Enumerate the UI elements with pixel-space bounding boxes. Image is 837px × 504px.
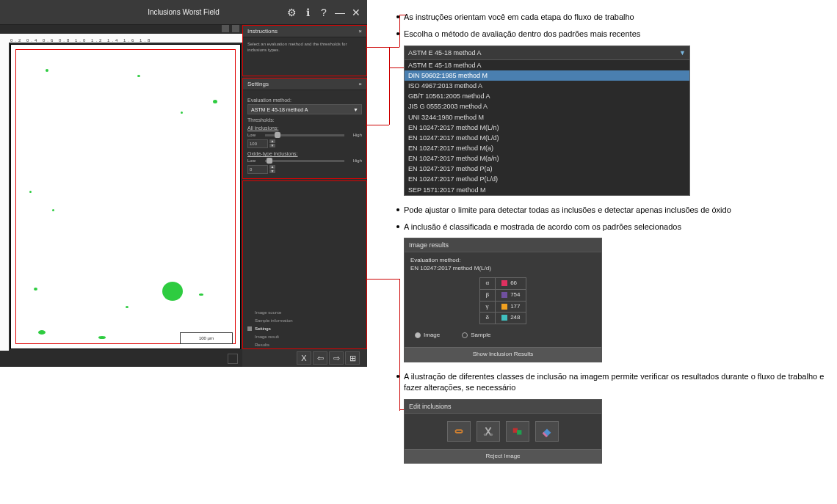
results-header: Image results — [405, 238, 601, 252]
all-inclusions-value[interactable]: 100 — [247, 139, 268, 148]
image-results-panel: Image results Evaluation method: EN 1024… — [404, 238, 602, 362]
bullet-icon — [396, 208, 399, 211]
chevron-down-icon: ▼ — [679, 48, 686, 57]
ruler-horizontal: 0.2 0.4 0.6 0.8 1.0 1.2 1.4 1.6 1.8 — [0, 34, 242, 43]
instructions-panel: Instructions × Select an evaluation meth… — [242, 25, 367, 76]
panel-close-icon[interactable]: × — [358, 81, 362, 87]
dropdown-option[interactable]: UNI 3244:1980 method M — [405, 112, 689, 123]
connector-line — [389, 47, 390, 125]
nav-back-button[interactable]: ⇦ — [313, 351, 327, 365]
eval-method-dropdown-expanded[interactable]: ASTM E 45-18 method A ▼ ASTM E 45-18 met… — [404, 45, 690, 196]
chevron-down-icon: ▼ — [353, 107, 358, 112]
workflow-step[interactable]: Image source — [247, 308, 362, 316]
titlebar: Inclusions Worst Field ⚙ ℹ ? — ✕ — [0, 0, 367, 25]
dropdown-option[interactable]: EN 10247:2017 method M(a/n) — [405, 153, 689, 164]
annotation-item: As instruções orientam você em cada etap… — [396, 12, 830, 23]
slider-thumb[interactable] — [267, 158, 272, 164]
color-swatch-icon — [501, 292, 507, 298]
annotation-item: A inclusão é classificada e mostrada de … — [396, 222, 830, 233]
radio-icon — [462, 332, 468, 338]
annotation-text: A ilustração de diferentes classes de in… — [404, 371, 830, 393]
results-table: α66β754γ177δ248 — [479, 277, 527, 324]
dropdown-option[interactable]: EN 10247:2017 method M(L/n) — [405, 123, 689, 133]
detection-frame — [15, 49, 236, 344]
annotation-item: A ilustração de diferentes classes de in… — [396, 371, 830, 393]
settings-header: Settings × — [243, 78, 366, 90]
radio-image[interactable]: Image — [415, 332, 440, 340]
annotation-text: A inclusão é classificada e mostrada de … — [404, 222, 681, 233]
nav-close-button[interactable]: X — [297, 351, 311, 365]
connector-line — [366, 125, 389, 125]
dropdown-option[interactable]: ISO 4967:2013 method A — [405, 81, 689, 91]
oxide-inclusions-label: Oxide-type inclusions: — [247, 151, 362, 156]
minimize-icon[interactable]: — — [335, 7, 345, 18]
results-eval-value: EN 10247:2017 method M(L/d) — [410, 265, 595, 273]
gear-icon[interactable]: ⚙ — [286, 7, 297, 18]
scale-bar: 100 µm — [180, 332, 233, 344]
results-value: 66 — [496, 278, 526, 290]
sample-image[interactable]: 100 µm — [10, 44, 241, 349]
dropdown-option[interactable]: EN 10247:2017 method P(a) — [405, 164, 689, 174]
ruler-vertical — [0, 43, 9, 351]
dropdown-option[interactable]: DIN 50602:1985 method M — [405, 70, 689, 81]
workflow-step[interactable]: Results — [247, 340, 362, 348]
erase-tool-button[interactable] — [535, 421, 559, 442]
svg-rect-2 — [513, 428, 518, 432]
nav-forward-button[interactable]: ⇨ — [329, 351, 344, 365]
inclusion-blob-large — [162, 282, 183, 301]
reject-image-button[interactable]: Reject Image — [405, 449, 601, 464]
value-stepper[interactable]: ▲▼ — [269, 139, 275, 148]
dropdown-option[interactable]: EN 10247:2017 method M(L/d) — [405, 133, 689, 143]
thresholds-label: Thresholds: — [247, 117, 362, 123]
workflow-step[interactable]: Sample information — [247, 316, 362, 324]
close-icon[interactable]: ✕ — [351, 7, 361, 18]
viewer-footer-icon[interactable] — [228, 354, 238, 364]
dropdown-option[interactable]: ASTM E 45-18 method A — [405, 60, 689, 70]
results-row: α66 — [479, 278, 526, 290]
results-row: β754 — [479, 289, 526, 301]
all-inclusions-slider[interactable] — [265, 134, 344, 136]
workflow-steps: Image source Sample information Settings… — [247, 308, 362, 348]
help-icon[interactable]: ? — [319, 7, 329, 18]
dropdown-option[interactable]: EN 10247:2017 method P(L/d) — [405, 174, 689, 184]
annotation-text: Pode ajustar o limite para detectar toda… — [404, 205, 731, 216]
dropdown-option[interactable]: JIS G 0555:2003 method A — [405, 101, 689, 112]
inclusion-blob — [52, 209, 54, 211]
color-swatch-icon — [501, 315, 507, 321]
cut-tool-button[interactable] — [477, 421, 500, 442]
connector-line — [366, 47, 399, 48]
show-inclusion-results-button[interactable]: Show Inclusion Results — [405, 347, 601, 362]
settings-title: Settings — [247, 81, 269, 87]
viewer-tool-2-icon[interactable] — [232, 25, 239, 32]
eval-method-dropdown[interactable]: ASTM E 45-18 method A ▼ — [247, 104, 362, 114]
nav-footer: X ⇦ ⇨ ⊞ — [242, 349, 367, 367]
bullet-icon — [396, 375, 399, 378]
workflow-step[interactable]: Image result — [247, 332, 362, 340]
viewer-tool-1-icon[interactable] — [222, 25, 229, 32]
info-icon[interactable]: ℹ — [302, 7, 313, 18]
recolor-tool-button[interactable] — [506, 421, 529, 442]
svg-point-0 — [484, 433, 487, 436]
eval-method-label: Evaluation method: — [247, 98, 362, 103]
panel-close-icon[interactable]: × — [358, 28, 362, 34]
oxide-inclusions-value[interactable]: 0 — [247, 165, 268, 174]
workflow-step-active[interactable]: Settings — [247, 324, 362, 332]
link-tool-button[interactable] — [447, 421, 471, 442]
dropdown-option[interactable]: SEP 1571:2017 method M — [405, 185, 689, 195]
connector-line — [366, 279, 399, 280]
results-value: 177 — [496, 301, 526, 313]
dropdown-selected[interactable]: ASTM E 45-18 method A ▼ — [405, 46, 689, 60]
results-eval-label: Evaluation method: — [410, 257, 595, 265]
instructions-header: Instructions × — [243, 26, 366, 37]
nav-extra-button[interactable]: ⊞ — [345, 351, 360, 365]
radio-sample[interactable]: Sample — [462, 332, 490, 340]
slider-thumb[interactable] — [275, 132, 280, 138]
oxide-inclusions-slider[interactable] — [265, 160, 344, 162]
workflow-progress-panel: Image source Sample information Settings… — [242, 180, 367, 349]
dropdown-option[interactable]: GB/T 10561:2005 method A — [405, 91, 689, 101]
side-panel-column: Instructions × Select an evaluation meth… — [242, 25, 367, 367]
bullet-icon — [396, 225, 399, 228]
dropdown-option[interactable]: EN 10247:2017 method M(a) — [405, 143, 689, 153]
svg-rect-3 — [517, 430, 521, 434]
value-stepper[interactable]: ▲▼ — [269, 165, 275, 174]
